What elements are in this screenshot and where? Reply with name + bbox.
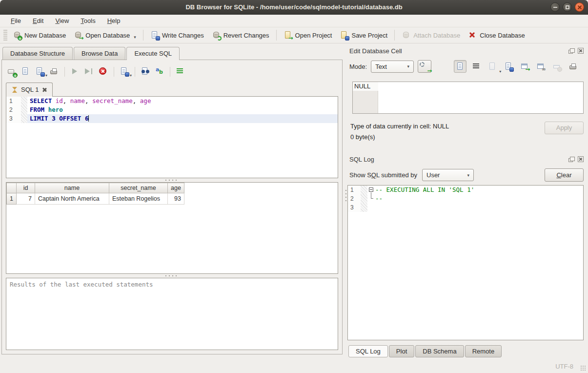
save-project-button[interactable]: Save Project [336,29,391,41]
auto-completion-icon[interactable] [155,67,164,77]
results-table-head: idnamesecret_nameage [7,183,184,193]
write-changes-label: Write Changes [162,32,204,39]
export-text-button[interactable] [502,60,515,73]
close-database-label: Close Database [480,32,525,39]
format-sql-icon[interactable] [176,67,185,77]
text-cursor [88,115,89,122]
row-header[interactable]: 1 [7,193,17,205]
find-replace-icon[interactable] [141,67,150,77]
close-button[interactable] [575,2,584,12]
chevron-down-icon: ▾ [407,64,410,69]
sql-editor-line[interactable]: 2FROM hero [6,105,338,114]
execute-all-icon [70,67,80,77]
clear-button[interactable]: Clear [545,168,584,182]
column-header-secret_name[interactable]: secret_name [109,183,168,193]
float-dock-icon[interactable] [568,48,575,54]
column-header-id[interactable]: id [17,183,35,193]
close-tab-icon[interactable] [42,87,47,92]
sql-log-dock-title: SQL Log [347,154,584,165]
minimize-button[interactable] [550,2,560,12]
toolbar-separator [135,67,135,77]
table-cell[interactable]: Captain North America [35,193,109,205]
sql-editor[interactable]: 1SELECT id, name, secret_name, age2FROM … [6,96,338,178]
close-database-button[interactable]: Close Database [464,29,529,41]
results-grid: idnamesecret_nameage 17Captain North Ame… [6,182,338,274]
table-cell[interactable]: 93 [168,193,184,205]
line-number: 3 [348,203,361,212]
sql-1-tab[interactable]: SQL 1 [6,83,53,97]
word-wrap-button[interactable] [470,60,483,73]
sql-log-filter-row: Show SQL submitted by User ▾ Clear [347,168,584,182]
execute-current-line-icon [84,67,94,77]
submitted-by-select[interactable]: User ▾ [422,169,474,181]
tab-db-schema[interactable]: DB Schema [415,345,464,357]
print-icon[interactable] [49,67,59,77]
menu-view[interactable]: View [50,16,74,26]
sql-editor-line[interactable]: 3LIMIT 3 OFFSET 6 [6,114,338,123]
copy-link-button[interactable] [534,60,547,73]
print-cell-button[interactable] [567,60,579,73]
open-external-button[interactable] [518,60,531,73]
sql-log-line[interactable]: 2-- [348,194,583,203]
open-database-button[interactable]: Open Database ▾ [70,29,140,41]
cell-value-editor[interactable]: NULL [352,82,584,114]
corner-header[interactable] [7,183,17,193]
float-dock-icon[interactable] [568,156,575,162]
submitted-by-value: User [426,171,440,179]
hourglass-icon [12,86,18,93]
sql-editor-line[interactable]: 1SELECT id, name, secret_name, age [6,97,338,105]
open-database-label: Open Database [85,32,130,39]
column-header-name[interactable]: name [35,183,109,193]
toolbar-separator [394,30,395,41]
open-database-icon [74,31,82,40]
close-database-icon [468,31,477,40]
tab-execute-sql[interactable]: Execute SQL [126,47,180,60]
sql-log-line[interactable]: 3 [348,203,583,212]
tab-remote[interactable]: Remote [465,345,502,357]
pane-splitter[interactable] [344,43,347,359]
menu-help[interactable]: Help [102,16,125,26]
table-cell[interactable]: 7 [17,193,35,205]
sql-log-line[interactable]: 1-- EXECUTING ALL IN 'SQL 1' [348,186,583,194]
tab-plot[interactable]: Plot [389,345,414,357]
open-sql-file-icon[interactable] [21,67,31,77]
open-database-dropdown-icon[interactable]: ▾ [134,35,136,40]
tab-browse-data[interactable]: Browse Data [74,47,125,60]
tab-sql-log[interactable]: SQL Log [348,345,388,357]
resize-grip-icon[interactable] [580,365,586,371]
tab-database-structure[interactable]: Database Structure [2,47,73,60]
column-header-age[interactable]: age [168,183,184,193]
new-sql-tab-icon[interactable] [7,67,17,77]
fold-margin [21,105,27,114]
auto-switch-mode-button[interactable] [418,60,431,73]
maximize-button[interactable] [563,2,572,12]
revert-changes-button[interactable]: Revert Changes [208,29,273,41]
open-project-button[interactable]: Open Project [280,29,336,41]
log-text: -- EXECUTING ALL IN 'SQL 1' [375,186,583,194]
gear-icon [420,62,425,67]
menu-edit[interactable]: Edit [28,16,48,26]
toolbar-grip[interactable] [3,30,7,41]
encoding-indicator[interactable]: UTF-8 [555,363,573,370]
fold-margin [361,203,367,212]
results-message: Results of the last executed statements [6,278,338,350]
new-database-button[interactable]: New Database [9,29,70,41]
sql-log-editor[interactable]: 1-- EXECUTING ALL IN 'SQL 1'2--3 [347,185,584,340]
set-null-icon [552,62,561,71]
menu-tools[interactable]: Tools [76,16,100,26]
stop-icon[interactable] [99,67,108,77]
import-text-icon [488,62,497,71]
save-sql-file-icon[interactable]: ▾ [35,67,45,77]
text-document-button[interactable] [454,60,466,73]
table-cell[interactable]: Esteban Rogelios [109,193,168,205]
mode-select[interactable]: Text ▾ [371,61,414,73]
results-message-splitter[interactable] [6,274,338,278]
save-results-icon[interactable]: ▾ [120,67,129,77]
sql-log-title: SQL Log [349,156,374,163]
close-dock-icon[interactable] [577,156,584,162]
close-dock-icon[interactable] [577,48,584,54]
editor-results-splitter[interactable] [6,178,338,182]
tree-marker [367,194,375,203]
menu-file[interactable]: File [6,16,26,26]
write-changes-button[interactable]: Write Changes [146,29,208,41]
